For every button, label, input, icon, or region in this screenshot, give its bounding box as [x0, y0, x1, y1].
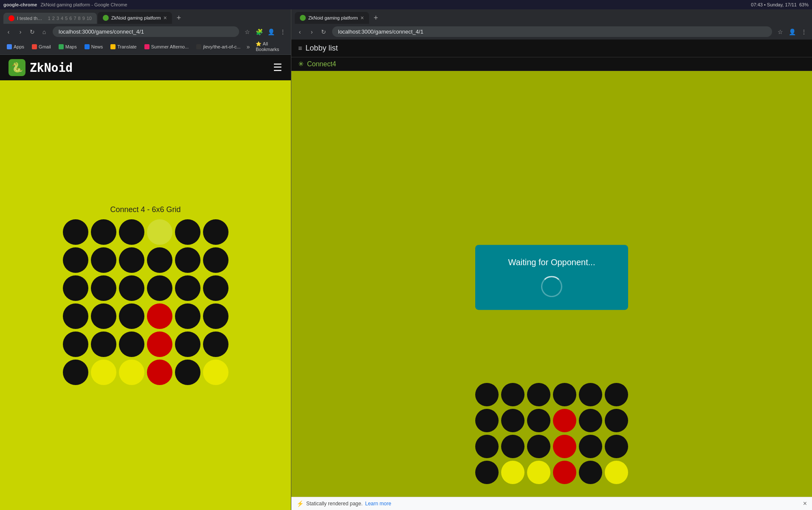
cell-0-0[interactable] [63, 219, 88, 245]
cell-3-1[interactable] [91, 303, 116, 329]
cell-2-5[interactable] [203, 275, 228, 301]
gmail-label: Gmail [39, 44, 51, 49]
left-tab-close[interactable]: × [164, 14, 167, 21]
cell-3-3[interactable] [147, 303, 172, 329]
bookmark-summer[interactable]: Summer Afterno... [141, 43, 192, 50]
forward-button-left[interactable]: › [15, 27, 25, 37]
loading-spinner [541, 276, 562, 297]
static-close-right[interactable]: × [803, 500, 807, 507]
hamburger-menu-left[interactable]: ☰ [273, 62, 282, 74]
cell-5-2[interactable] [119, 360, 144, 385]
cell-0-1[interactable] [91, 219, 116, 245]
cell-1-0[interactable] [63, 247, 88, 273]
star-icon-left[interactable]: ☆ [242, 27, 252, 37]
cell-5-4[interactable] [175, 360, 200, 385]
address-input-right[interactable]: localhost:3000/games/connect_4/1 [332, 26, 772, 37]
back-button-left[interactable]: ‹ [3, 27, 14, 37]
zknoid-logo-left: 🐍 ZkNoid [8, 59, 73, 76]
news-label: News [91, 44, 103, 49]
cell-2-2[interactable] [119, 275, 144, 301]
bookmark-maps[interactable]: Maps [55, 43, 80, 50]
learn-more-link-right[interactable]: Learn more [365, 501, 391, 507]
cell-1-3[interactable] [147, 247, 172, 273]
back-button-right[interactable]: ‹ [295, 27, 305, 37]
zknoid-tab-title-left: ZkNoid gaming platform [111, 15, 161, 20]
zknoid-snake-icon: 🐍 [8, 59, 25, 76]
right-tab-zknoid[interactable]: ZkNoid gaming platform × [295, 12, 369, 24]
cell-0-4[interactable] [175, 219, 200, 245]
connect4-grid-left[interactable] [63, 219, 228, 385]
profile-icon-right[interactable]: 👤 [787, 27, 797, 37]
os-app-title: google-chrome [3, 2, 37, 7]
forward-button-right[interactable]: › [307, 27, 317, 37]
profile-icon-left[interactable]: 👤 [266, 27, 276, 37]
connect4-sub-title: Connect4 [307, 60, 336, 68]
cell-4-5[interactable] [203, 332, 228, 357]
cell-2-0[interactable] [63, 275, 88, 301]
cell-5-5[interactable] [203, 360, 228, 385]
os-time: 07:43 • Sunday, 17/11 [751, 2, 797, 7]
star-icon-right[interactable]: ☆ [775, 27, 785, 37]
cell-4-4[interactable] [175, 332, 200, 357]
youtube-favicon [8, 15, 14, 21]
new-tab-button-left[interactable]: + [173, 12, 185, 24]
extensions-icon-left[interactable]: 🧩 [254, 27, 264, 37]
gmail-favicon [32, 44, 37, 49]
left-tab-zknoid[interactable]: ZkNoid gaming platform × [98, 12, 172, 24]
home-button-left[interactable]: ⌂ [39, 27, 49, 37]
cell-5-1[interactable] [91, 360, 116, 385]
cell-1-1[interactable] [91, 247, 116, 273]
address-input-left[interactable]: localhost:3000/games/connect_4/1 [53, 26, 239, 37]
right-game-area: Waiting for Opponent... [291, 71, 812, 497]
bookmark-translate[interactable]: Translate [107, 43, 140, 50]
new-tab-button-right[interactable]: + [370, 12, 382, 24]
cell-3-0[interactable] [63, 303, 88, 329]
cell-3-5[interactable] [203, 303, 228, 329]
cell-0-2[interactable] [119, 219, 144, 245]
right-tab-bar: ZkNoid gaming platform × + [295, 12, 809, 24]
cell-5-0[interactable] [63, 360, 88, 385]
bookmarks-more[interactable]: » [245, 42, 251, 51]
reload-button-left[interactable]: ↻ [27, 27, 37, 37]
cell-0-3[interactable] [147, 219, 172, 245]
rcell-1-3 [553, 409, 576, 432]
cell-0-5[interactable] [203, 219, 228, 245]
reload-button-right[interactable]: ↻ [319, 27, 329, 37]
cell-4-1[interactable] [91, 332, 116, 357]
connect4-container-left: Connect 4 - 6x6 Grid [63, 205, 228, 385]
rcell-3-5 [605, 461, 628, 484]
bookmark-gmail[interactable]: Gmail [28, 43, 54, 50]
cell-1-4[interactable] [175, 247, 200, 273]
cell-4-2[interactable] [119, 332, 144, 357]
bookmark-jlevy[interactable]: jlevy/the-art-of-c... [193, 43, 244, 50]
rcell-0-1 [501, 383, 524, 406]
cell-5-3[interactable] [147, 360, 172, 385]
menu-icon-right[interactable]: ⋮ [799, 27, 809, 37]
tab-numbers: 1 2 3 4 5 6 7 8 9 10 [48, 16, 92, 21]
translate-favicon [110, 44, 116, 49]
bookmark-news[interactable]: News [81, 43, 107, 50]
bookmark-apps[interactable]: Apps [3, 43, 28, 50]
cell-3-4[interactable] [175, 303, 200, 329]
all-bookmarks[interactable]: ⭐ All Bookmarks [252, 40, 288, 53]
apps-favicon [7, 44, 12, 49]
cell-1-5[interactable] [203, 247, 228, 273]
cell-3-2[interactable] [119, 303, 144, 329]
os-bar-right: 07:43 • Sunday, 17/11 63% [751, 2, 809, 7]
list-icon: ≡ [298, 45, 302, 52]
connect4-title-left: Connect 4 - 6x6 Grid [110, 205, 180, 214]
rcell-2-5 [605, 435, 628, 458]
cell-4-3[interactable] [147, 332, 172, 357]
cell-4-0[interactable] [63, 332, 88, 357]
cell-1-2[interactable] [119, 247, 144, 273]
os-bar-left: google-chrome ZkNoid gaming platform - G… [3, 2, 127, 7]
cell-2-3[interactable] [147, 275, 172, 301]
rcell-3-4 [579, 461, 602, 484]
left-tab-youtube[interactable]: I tested the Craziest Xiaomi Gadgets! - … [3, 13, 97, 24]
cell-2-1[interactable] [91, 275, 116, 301]
right-tab-close[interactable]: × [361, 14, 364, 21]
maps-favicon [59, 44, 64, 49]
cell-2-4[interactable] [175, 275, 200, 301]
menu-icon-left[interactable]: ⋮ [278, 27, 288, 37]
apps-label: Apps [14, 44, 24, 49]
